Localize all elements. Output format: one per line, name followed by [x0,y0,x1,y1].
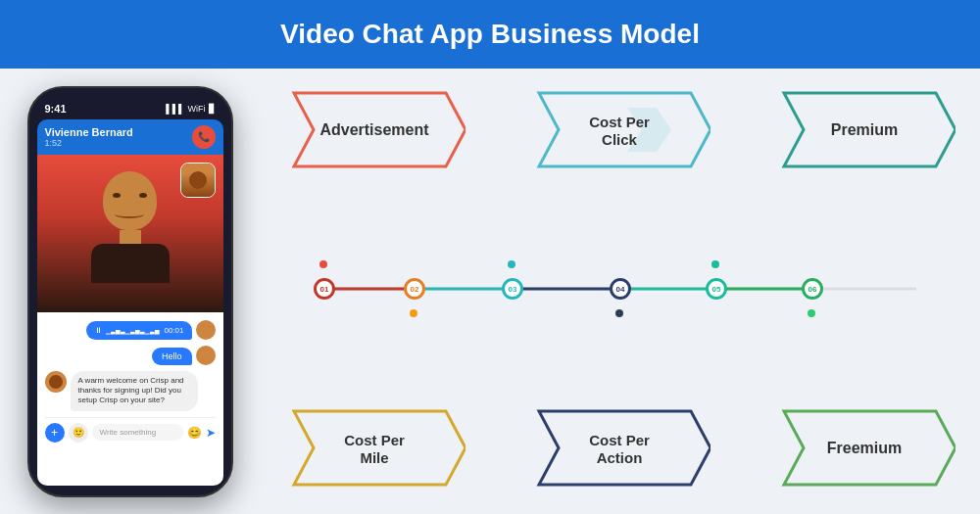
cost-per-action-shape[interactable]: Cost Per Action [529,406,710,490]
svg-text:Freemium: Freemium [827,440,902,456]
sender-avatar-1 [196,320,216,340]
hello-bubble: Hello [152,348,192,365]
timeline-node-05: 05 [706,278,727,300]
svg-text:Action: Action [597,449,643,466]
caller-info: Vivienne Bernard 1:52 [45,126,133,148]
add-attachment-button[interactable]: + [45,423,65,443]
timeline-node-02: 02 [404,278,425,300]
sender-avatar-2 [196,346,216,365]
phone-icons: ▌▌▌ WiFi ▊ [166,104,215,114]
svg-text:Cost Per: Cost Per [589,432,650,448]
wifi-icon: WiFi [188,104,206,114]
cost-per-mile-shape[interactable]: Cost Per Mile [284,406,466,490]
welcome-message-row: A warm welcome on Crisp and thanks for s… [45,371,216,411]
freemium-shape[interactable]: Freemium [774,406,956,490]
call-header: Vivienne Bernard 1:52 📞 [37,119,223,155]
phone-time: 9:41 [45,103,67,115]
welcome-bubble: A warm welcome on Crisp and thanks for s… [71,371,199,411]
call-time: 1:52 [45,138,133,148]
page-header: Video Chat App Business Model [0,0,980,69]
svg-text:Click: Click [602,131,638,148]
phone-mockup: 9:41 ▌▌▌ WiFi ▊ Vivienne Bernard 1:52 📞 [27,86,233,497]
signal-icon: ▌▌▌ [166,104,184,114]
advertisement-shape[interactable]: Advertisement [284,88,466,171]
audio-bubble: ⏸ ▁▃▅▃▁▃▅▃▁▃▅ 00:01 [86,321,191,340]
battery-icon: ▊ [209,104,216,114]
sticker-icon[interactable]: 😊 [187,426,202,440]
chat-input-row: + 🙂 Write something 😊 ➤ [45,417,216,443]
timeline-node-04: 04 [610,278,631,300]
small-avatar [180,163,216,198]
business-model-section: Advertisement Cost Per Click Premium [260,69,980,514]
bottom-shapes-row: Cost Per Mile Cost Per Action Freemium [284,406,956,490]
timeline-node-06: 06 [802,278,823,300]
play-icon: ⏸ [94,326,102,335]
caller-name: Vivienne Bernard [45,126,133,138]
phone-section: 9:41 ▌▌▌ WiFi ▊ Vivienne Bernard 1:52 📞 [0,69,260,514]
timeline-node-03: 03 [502,278,523,300]
svg-text:Premium: Premium [831,121,898,138]
audio-waveform: ▁▃▅▃▁▃▅▃▁▃▅ [106,327,160,334]
phone-notch [96,88,165,108]
svg-text:Mile: Mile [360,449,388,466]
premium-shape[interactable]: Premium [774,88,956,171]
hello-message-row: Hello [45,346,216,365]
chat-area: ⏸ ▁▃▅▃▁▃▅▃▁▃▅ 00:01 Hello A warm [37,312,223,486]
svg-text:Cost Per: Cost Per [344,432,405,448]
svg-text:Cost Per: Cost Per [589,114,650,130]
audio-message-row: ⏸ ▁▃▅▃▁▃▅▃▁▃▅ 00:01 [45,320,216,340]
cost-per-click-shape[interactable]: Cost Per Click [529,88,710,171]
timeline-node-01: 01 [314,278,335,300]
video-area [37,155,223,312]
emoji-button[interactable]: 🙂 [69,423,88,443]
page-title: Video Chat App Business Model [280,19,700,50]
svg-text:Advertisement: Advertisement [319,121,429,138]
top-shapes-row: Advertisement Cost Per Click Premium [284,88,956,171]
end-call-button[interactable]: 📞 [192,125,216,149]
receiver-avatar [45,371,67,393]
audio-duration: 00:01 [164,326,183,335]
send-button[interactable]: ➤ [206,426,216,440]
message-input[interactable]: Write something [92,424,183,441]
